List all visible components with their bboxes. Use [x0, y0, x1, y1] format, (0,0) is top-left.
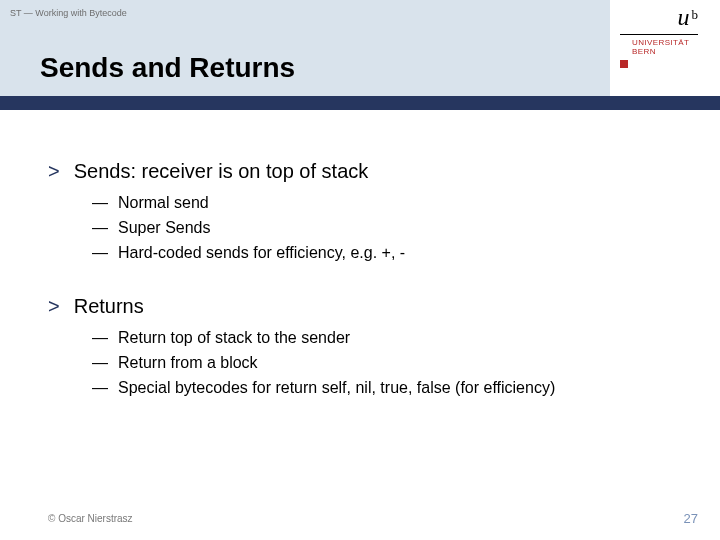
logo-u-glyph: u [678, 4, 690, 30]
sub-item: —Normal send [92, 191, 678, 216]
sub-marker: — [92, 354, 108, 371]
sub-marker: — [92, 244, 108, 261]
sub-text: Return from a block [118, 354, 258, 371]
sub-list-returns: —Return top of stack to the sender —Retu… [92, 326, 678, 400]
sub-text: Special bytecodes for return self, nil, … [118, 379, 555, 396]
bullet-sends: >Sends: receiver is on top of stack [48, 160, 678, 183]
sub-text: Super Sends [118, 219, 211, 236]
bullet-marker: > [48, 160, 60, 182]
header-navy-bar [0, 96, 720, 110]
bullet-text: Sends: receiver is on top of stack [74, 160, 369, 182]
sub-list-sends: —Normal send —Super Sends —Hard-coded se… [92, 191, 678, 265]
sub-item: —Hard-coded sends for efficiency, e.g. +… [92, 241, 678, 266]
sub-text: Normal send [118, 194, 209, 211]
sub-item: —Special bytecodes for return self, nil,… [92, 376, 678, 401]
logo-line1: UNIVERSITÄT [618, 38, 698, 47]
bullet-marker: > [48, 295, 60, 317]
sub-item: —Return top of stack to the sender [92, 326, 678, 351]
header-strip: ST — Working with Bytecode Sends and Ret… [0, 0, 720, 96]
content: >Sends: receiver is on top of stack —Nor… [48, 160, 678, 431]
logo-b-glyph: b [692, 7, 699, 22]
sub-marker: — [92, 194, 108, 211]
slide: ST — Working with Bytecode Sends and Ret… [0, 0, 720, 540]
sub-text: Hard-coded sends for efficiency, e.g. +,… [118, 244, 405, 261]
page-title: Sends and Returns [40, 52, 295, 84]
bullet-text: Returns [74, 295, 144, 317]
logo-divider [620, 34, 698, 35]
logo-ub: ub [618, 4, 698, 31]
sub-marker: — [92, 219, 108, 236]
sub-marker: — [92, 329, 108, 346]
logo-line2: BERN [618, 47, 698, 56]
footer-page-number: 27 [684, 511, 698, 526]
sub-item: —Return from a block [92, 351, 678, 376]
sub-item: —Super Sends [92, 216, 678, 241]
footer-copyright: © Oscar Nierstrasz [48, 513, 133, 524]
sub-marker: — [92, 379, 108, 396]
university-logo: ub UNIVERSITÄT BERN [618, 4, 698, 56]
bullet-returns: >Returns [48, 295, 678, 318]
breadcrumb: ST — Working with Bytecode [10, 8, 127, 18]
sub-text: Return top of stack to the sender [118, 329, 350, 346]
logo-red-square [620, 60, 628, 68]
